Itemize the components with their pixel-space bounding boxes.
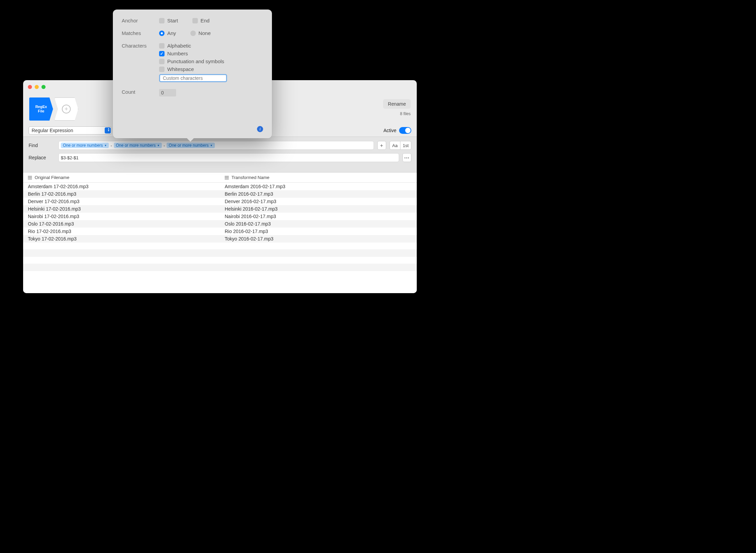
find-label: Find	[29, 143, 55, 148]
info-icon[interactable]: i	[257, 126, 263, 132]
step-regex-file-label: RegEx File	[35, 105, 47, 113]
cell-original: Denver 17-02-2016.mp3	[23, 198, 220, 205]
cell-original: Helsinki 17-02-2016.mp3	[23, 205, 220, 213]
replace-options-button[interactable]: ···	[402, 153, 411, 162]
custom-characters-input[interactable]	[159, 74, 227, 82]
checkbox-icon	[159, 59, 165, 64]
updown-icon: ▲▼	[107, 128, 110, 131]
active-label: Active	[383, 128, 396, 133]
checkbox-icon	[159, 18, 165, 23]
checkbox-icon	[159, 51, 165, 56]
table-row[interactable]: Amsterdam 17-02-2016.mp3Amsterdam 2016-0…	[23, 183, 417, 190]
cell-original: Amsterdam 17-02-2016.mp3	[23, 183, 220, 190]
checkbox-icon	[192, 18, 198, 23]
active-toggle[interactable]	[399, 127, 411, 134]
spacer-row	[23, 249, 417, 257]
first-match-button[interactable]: 1st	[400, 141, 411, 150]
cell-transformed: Helsinki 2016-02-17.mp3	[220, 205, 417, 213]
regex-token[interactable]: One or more numbers▼	[61, 143, 109, 148]
cell-transformed: Denver 2016-02-17.mp3	[220, 198, 417, 205]
char-alphabetic-checkbox[interactable]: Alphabetic	[159, 43, 227, 49]
replace-field[interactable]: $3-$2-$1	[58, 153, 399, 162]
cell-transformed: Berlin 2016-02-17.mp3	[220, 190, 417, 198]
replace-label: Replace	[29, 155, 55, 160]
find-field[interactable]: One or more numbers▼ - One or more numbe…	[58, 141, 374, 150]
matches-any-radio[interactable]: Any	[159, 30, 176, 36]
column-original[interactable]: Original Filename	[35, 175, 69, 180]
filename-table: Original Filename Transformed Name Amste…	[23, 173, 417, 293]
step-regex-file[interactable]: RegEx File	[29, 97, 53, 121]
cell-transformed: Oslo 2016-02-17.mp3	[220, 220, 417, 228]
spacer-row	[23, 264, 417, 271]
char-numbers-checkbox[interactable]: Numbers	[159, 51, 227, 56]
cell-transformed: Amsterdam 2016-02-17.mp3	[220, 183, 417, 190]
cell-original: Nairobi 17-02-2016.mp3	[23, 213, 220, 220]
char-whitespace-checkbox[interactable]: Whitespace	[159, 66, 227, 72]
char-punctuation-checkbox[interactable]: Punctuation and symbols	[159, 58, 227, 64]
separator: -	[110, 143, 112, 148]
table-row[interactable]: Rio 17-02-2016.mp3Rio 2016-02-17.mp3	[23, 228, 417, 235]
plus-icon: ＋	[379, 142, 384, 149]
matches-label: Matches	[122, 30, 159, 36]
matches-none-radio[interactable]: None	[190, 30, 211, 36]
drag-handle-icon[interactable]	[28, 176, 32, 179]
characters-label: Characters	[122, 43, 159, 82]
chevron-down-icon: ▼	[157, 144, 160, 147]
table-row[interactable]: Berlin 17-02-2016.mp3Berlin 2016-02-17.m…	[23, 190, 417, 198]
chevron-down-icon: ▼	[104, 144, 107, 147]
replace-value: $3-$2-$1	[61, 155, 79, 160]
table-row[interactable]: Helsinki 17-02-2016.mp3Helsinki 2016-02-…	[23, 205, 417, 213]
radio-icon	[159, 31, 165, 36]
cell-transformed: Tokyo 2016-02-17.mp3	[220, 235, 417, 243]
table-row[interactable]: Denver 17-02-2016.mp3Denver 2016-02-17.m…	[23, 198, 417, 205]
table-row[interactable]: Tokyo 17-02-2016.mp3Tokyo 2016-02-17.mp3	[23, 235, 417, 243]
separator: -	[164, 143, 165, 148]
add-token-button[interactable]: ＋	[377, 141, 386, 150]
mode-select[interactable]: Regular Expression ▲▼	[29, 126, 112, 135]
add-step-button[interactable]: +	[54, 97, 78, 121]
cell-original: Berlin 17-02-2016.mp3	[23, 190, 220, 198]
plus-icon: +	[62, 105, 71, 113]
chevron-down-icon: ▼	[210, 144, 213, 147]
drag-handle-icon[interactable]	[225, 176, 229, 179]
file-count-label: 8 files	[400, 111, 411, 116]
more-icon: ···	[404, 155, 410, 161]
mode-select-label: Regular Expression	[32, 128, 73, 133]
table-row[interactable]: Oslo 17-02-2016.mp3Oslo 2016-02-17.mp3	[23, 220, 417, 228]
table-header: Original Filename Transformed Name	[23, 173, 417, 183]
anchor-label: Anchor	[122, 18, 159, 23]
rename-button[interactable]: Rename	[383, 99, 411, 109]
regex-token[interactable]: One or more numbers▼	[114, 143, 162, 148]
anchor-start-checkbox[interactable]: Start	[159, 18, 178, 23]
cell-original: Oslo 17-02-2016.mp3	[23, 220, 220, 228]
count-label: Count	[122, 89, 159, 96]
table-row[interactable]: Nairobi 17-02-2016.mp3Nairobi 2016-02-17…	[23, 213, 417, 220]
cell-original: Tokyo 17-02-2016.mp3	[23, 235, 220, 243]
token-config-popover: Anchor Start End Matches Any None	[113, 10, 272, 138]
column-transformed[interactable]: Transformed Name	[231, 175, 270, 180]
radio-icon	[190, 31, 196, 36]
find-replace-panel: Find One or more numbers▼ - One or more …	[23, 137, 417, 173]
case-sensitive-button[interactable]: Aa	[390, 141, 400, 150]
cell-transformed: Nairobi 2016-02-17.mp3	[220, 213, 417, 220]
checkbox-icon	[159, 67, 165, 72]
cell-original: Rio 17-02-2016.mp3	[23, 228, 220, 235]
anchor-end-checkbox[interactable]: End	[192, 18, 210, 23]
cell-transformed: Rio 2016-02-17.mp3	[220, 228, 417, 235]
checkbox-icon	[159, 43, 165, 49]
regex-token[interactable]: One or more numbers▼	[167, 143, 214, 148]
count-input[interactable]	[159, 89, 176, 96]
